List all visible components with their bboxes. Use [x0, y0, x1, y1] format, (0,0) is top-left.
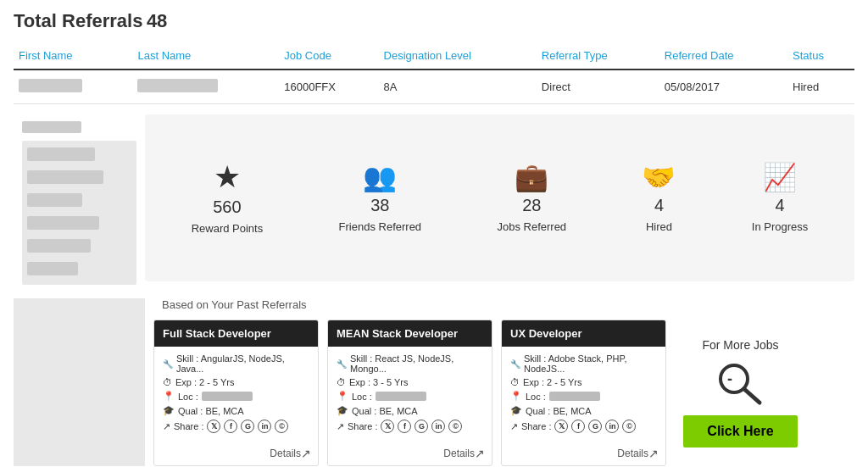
- other-icon-3[interactable]: ©: [622, 420, 636, 433]
- share-icon: ↗: [163, 421, 170, 432]
- cell-job-code: 16000FFX: [279, 69, 378, 104]
- svg-line-1: [744, 389, 760, 403]
- twitter-icon[interactable]: 𝕏: [207, 420, 220, 433]
- job-card-2-loc: 📍 Loc :: [337, 391, 483, 402]
- exp-icon-2: ⏱: [337, 377, 346, 387]
- job-card-1: Full Stack Developer 🔧 Skill : AngularJS…: [153, 320, 319, 466]
- handshake-icon: 🤝: [642, 164, 676, 191]
- google-icon-3[interactable]: G: [588, 420, 602, 433]
- jobs-referred-label: Jobs Referred: [497, 220, 566, 233]
- cell-referred-date: 05/08/2017: [659, 69, 787, 104]
- job-card-2-title: MEAN Stack Developer: [328, 320, 492, 347]
- job-card-3: UX Developer 🔧 Skill : Adobe Stack, PHP,…: [501, 320, 666, 466]
- qual-icon-3: 🎓: [510, 405, 522, 416]
- exp-icon: ⏱: [163, 377, 172, 387]
- job-card-2-exp: ⏱ Exp : 3 - 5 Yrs: [337, 377, 483, 387]
- hired-number: 4: [654, 196, 664, 215]
- wrench-icon-3: 🔧: [510, 359, 520, 369]
- job-card-2-skill: 🔧 Skill : React JS, NodeJS, Mongo...: [337, 353, 483, 374]
- in-progress-label: In Progress: [752, 220, 808, 233]
- other-icon-2[interactable]: ©: [448, 420, 462, 433]
- location-icon-2: 📍: [337, 391, 348, 402]
- cell-status: Hired: [787, 69, 854, 104]
- job-card-2: MEAN Stack Developer 🔧 Skill : React JS,…: [327, 320, 492, 466]
- job-card-3-exp: ⏱ Exp : 2 - 5 Yrs: [510, 377, 657, 387]
- facebook-icon-3[interactable]: f: [571, 420, 585, 433]
- location-icon-3: 📍: [510, 391, 522, 402]
- facebook-icon-2[interactable]: f: [398, 420, 411, 433]
- stats-panel: ★ 560 Reward Points 👥 38 Friends Referre…: [145, 114, 854, 281]
- job-card-1-title: Full Stack Developer: [154, 320, 318, 347]
- star-icon: ★: [214, 162, 241, 192]
- search-icon-large: -: [715, 360, 766, 407]
- job-card-1-loc: 📍 Loc :: [163, 391, 309, 402]
- wrench-icon-2: 🔧: [337, 359, 347, 369]
- job-card-2-details[interactable]: Details ↗: [328, 443, 492, 465]
- chart-icon: 📈: [763, 164, 797, 191]
- jobs-referred-number: 28: [522, 196, 541, 215]
- job-card-3-skill: 🔧 Skill : Adobe Stack, PHP, NodeJS...: [510, 353, 657, 374]
- stat-friends-referred: 👥 38 Friends Referred: [339, 164, 422, 233]
- linkedin-icon[interactable]: in: [258, 420, 271, 433]
- twitter-icon-3[interactable]: 𝕏: [554, 420, 568, 433]
- cell-designation-level: 8A: [379, 69, 537, 104]
- total-referrals-count: 48: [147, 10, 167, 31]
- cell-first-name: [14, 69, 132, 104]
- reward-points-number: 560: [213, 197, 241, 217]
- job-card-1-share: ↗ Share : 𝕏 f G in ©: [163, 420, 309, 433]
- stat-hired: 🤝 4 Hired: [642, 164, 676, 233]
- job-card-3-details[interactable]: Details ↗: [502, 443, 665, 465]
- friends-referred-number: 38: [370, 196, 389, 215]
- exp-icon-3: ⏱: [510, 377, 520, 387]
- other-icon[interactable]: ©: [275, 420, 288, 433]
- job-card-2-share: ↗ Share : 𝕏 f G in ©: [337, 420, 483, 433]
- total-referrals-heading: Total Referrals 48: [14, 10, 854, 32]
- reward-points-label: Reward Points: [192, 222, 264, 235]
- twitter-icon-2[interactable]: 𝕏: [381, 420, 394, 433]
- google-icon-2[interactable]: G: [415, 420, 428, 433]
- more-jobs-card: For More Jobs - Click Here: [675, 320, 806, 466]
- cell-last-name: [132, 69, 279, 104]
- col-job-code: Job Code: [279, 42, 378, 69]
- briefcase-icon: 💼: [515, 164, 548, 191]
- friends-icon: 👥: [363, 164, 397, 191]
- col-designation-level: Designation Level: [379, 42, 537, 69]
- job-card-1-exp: ⏱ Exp : 2 - 5 Yrs: [163, 377, 309, 387]
- qual-icon: 🎓: [163, 405, 175, 416]
- friends-referred-label: Friends Referred: [339, 220, 422, 233]
- linkedin-icon-2[interactable]: in: [431, 420, 445, 433]
- job-card-1-qual: 🎓 Qual : BE, MCA: [163, 405, 309, 416]
- col-referral-type: Referral Type: [537, 42, 659, 69]
- click-here-button[interactable]: Click Here: [683, 415, 798, 448]
- stat-in-progress: 📈 4 In Progress: [752, 164, 808, 233]
- sidebar: [14, 114, 145, 292]
- col-referred-date: Referred Date: [659, 42, 787, 69]
- job-card-1-skill: 🔧 Skill : AngularJS, NodeJS, Java...: [163, 353, 309, 374]
- stat-jobs-referred: 💼 28 Jobs Referred: [497, 164, 566, 233]
- based-on-label: Based on Your Past Referrals: [153, 298, 854, 311]
- job-card-3-qual: 🎓 Qual : BE, MCA: [510, 405, 657, 416]
- in-progress-number: 4: [775, 196, 784, 215]
- job-card-1-details[interactable]: Details ↗: [154, 443, 318, 465]
- job-card-3-title: UX Developer: [502, 320, 665, 347]
- facebook-icon[interactable]: f: [224, 420, 237, 433]
- share-icon-2: ↗: [337, 421, 344, 432]
- col-first-name: First Name: [14, 42, 132, 69]
- table-row: 16000FFX 8A Direct 05/08/2017 Hired: [14, 69, 854, 104]
- col-last-name: Last Name: [132, 42, 279, 69]
- col-status: Status: [787, 42, 854, 69]
- more-jobs-text: For More Jobs: [702, 338, 778, 352]
- job-card-3-loc: 📍 Loc :: [510, 391, 657, 402]
- location-icon: 📍: [163, 391, 175, 402]
- stat-reward-points: ★ 560 Reward Points: [192, 162, 264, 235]
- total-referrals-label: Total Referrals: [14, 10, 142, 31]
- job-card-3-share: ↗ Share : 𝕏 f G in ©: [510, 420, 657, 433]
- job-card-2-qual: 🎓 Qual : BE, MCA: [337, 405, 483, 416]
- hired-label: Hired: [646, 220, 672, 233]
- google-icon[interactable]: G: [241, 420, 254, 433]
- qual-icon-2: 🎓: [337, 405, 348, 416]
- referrals-table: First Name Last Name Job Code Designatio…: [14, 42, 854, 104]
- linkedin-icon-3[interactable]: in: [605, 420, 619, 433]
- svg-text:-: -: [727, 370, 732, 387]
- cell-referral-type: Direct: [537, 69, 659, 104]
